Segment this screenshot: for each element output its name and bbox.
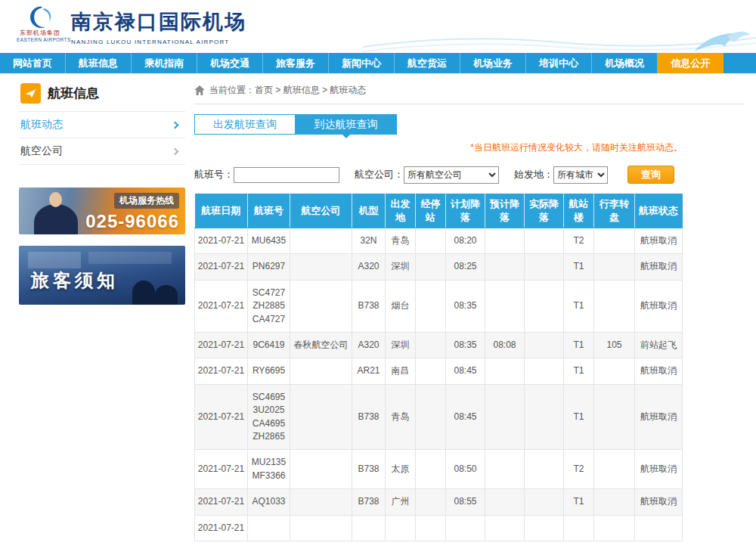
- flight-table-head-row: 航班日期航班号航空公司机型出发地经停站计划降落预计降落实际降落航站楼行李转盘航班…: [195, 194, 683, 228]
- sidebar-item-1[interactable]: 航班动态: [19, 112, 185, 138]
- nav-item-2[interactable]: 航班信息: [66, 53, 132, 73]
- query-section: 出发航班查询到达航班查询 *当日航班运行情况变化较大，请随时关注航班动态。 航班…: [194, 114, 683, 541]
- table-cell: 太原: [386, 450, 416, 489]
- table-cell: 08:08: [485, 333, 525, 358]
- table-cell: [290, 515, 352, 541]
- hotline-number: 025-96066: [85, 211, 179, 232]
- flight-notice-text: *当日航班运行情况变化较大，请随时关注航班动态。: [194, 141, 683, 154]
- table-cell: [525, 384, 564, 450]
- airport-name-cn: 南京禄口国际机场: [71, 8, 246, 36]
- tab-departure-flights[interactable]: 出发航班查询: [194, 114, 296, 135]
- table-cell: 2021-07-21: [195, 358, 248, 384]
- table-cell: 深圳: [386, 254, 416, 280]
- column-header: 实际降落: [525, 194, 564, 228]
- table-cell: AQ1033: [248, 489, 290, 515]
- tab-arrival-flights[interactable]: 到达航班查询: [296, 114, 397, 135]
- nav-item-5[interactable]: 旅客服务: [263, 53, 329, 73]
- nav-item-1[interactable]: 网站首页: [0, 53, 66, 73]
- flight-no-input[interactable]: [234, 167, 339, 183]
- table-cell: RY6695: [248, 358, 290, 384]
- table-cell: 航班取消: [635, 450, 683, 489]
- table-cell: T1: [564, 384, 594, 450]
- table-cell: [290, 280, 352, 332]
- service-hotline-banner[interactable]: 机场服务热线 025-96066: [19, 188, 185, 234]
- table-cell: [290, 384, 352, 450]
- table-cell: 青岛: [386, 228, 416, 254]
- sidebar-item-2[interactable]: 航空公司: [19, 138, 185, 165]
- table-cell: [525, 280, 564, 332]
- table-cell: 航班取消: [635, 254, 683, 280]
- sidebar-item-label: 航班动态: [20, 118, 63, 132]
- nav-item-8[interactable]: 机场业务: [460, 53, 526, 73]
- table-cell: T1: [564, 358, 594, 384]
- table-cell: 08:45: [446, 358, 485, 384]
- nav-item-10[interactable]: 机场概况: [592, 53, 658, 73]
- content: 航班信息 航班动态航空公司 机场服务热线 025-96066 旅客须知: [0, 73, 756, 541]
- column-header: 出发地: [386, 194, 416, 228]
- group-swirl-icon: [26, 5, 54, 30]
- table-cell: T1: [564, 489, 594, 515]
- table-cell: 青岛: [386, 384, 416, 450]
- origin-label: 始发地：: [514, 168, 553, 181]
- table-cell: [594, 358, 635, 384]
- banner-photo-detail: [88, 252, 172, 264]
- airport-logo: 东部机场集团 EASTERN AIRPORTS 南京禄口国际机场 NANJING…: [17, 5, 246, 45]
- airline-label: 航空公司：: [355, 168, 404, 181]
- table-cell: 航班取消: [635, 280, 683, 332]
- nav-item-9[interactable]: 培训中心: [526, 53, 592, 73]
- table-cell: [416, 450, 446, 489]
- table-cell: 9C6419: [248, 333, 290, 358]
- nav-item-6[interactable]: 新闻中心: [329, 53, 395, 73]
- table-cell: B738: [352, 489, 386, 515]
- table-cell: 2021-07-21: [195, 228, 248, 254]
- table-cell: PN6297: [248, 254, 290, 280]
- table-cell: 08:25: [446, 254, 485, 280]
- breadcrumb: 当前位置：首页 > 航班信息 > 航班动态: [194, 80, 745, 104]
- nav-item-7[interactable]: 航空货运: [395, 53, 460, 73]
- person-silhouette: [155, 285, 178, 305]
- table-row: 2021-07-21MU643532N青岛08:20T2航班取消: [195, 228, 683, 254]
- column-header: 航站楼: [564, 194, 594, 228]
- flight-table: 航班日期航班号航空公司机型出发地经停站计划降落预计降落实际降落航站楼行李转盘航班…: [194, 194, 683, 541]
- nav-item-4[interactable]: 机场交通: [197, 53, 263, 73]
- table-cell: [594, 228, 635, 254]
- table-cell: 春秋航空公司: [290, 333, 352, 358]
- table-cell: [594, 254, 635, 280]
- column-header: 航空公司: [290, 194, 352, 228]
- flight-search-form: 航班号： 航空公司： 所有航空公司 始发地： 所有城市 查询: [194, 166, 683, 184]
- origin-select[interactable]: 所有城市: [553, 166, 608, 184]
- table-cell: [594, 280, 635, 332]
- table-cell: [290, 489, 352, 515]
- table-cell: B738: [352, 450, 386, 489]
- nav-item-11[interactable]: 信息公开: [658, 53, 723, 73]
- table-cell: [290, 450, 352, 489]
- table-cell: T1: [564, 333, 594, 358]
- column-header: 计划降落: [446, 194, 485, 228]
- passenger-notice-banner[interactable]: 旅客须知: [19, 246, 185, 305]
- nav-item-3[interactable]: 乘机指南: [132, 53, 197, 73]
- airline-select[interactable]: 所有航空公司: [404, 166, 499, 184]
- table-cell: [290, 228, 352, 254]
- chevron-right-icon: [172, 121, 179, 129]
- table-cell: AR21: [352, 358, 386, 384]
- table-cell: 08:55: [446, 489, 485, 515]
- main-panel: 当前位置：首页 > 航班信息 > 航班动态 出发航班查询到达航班查询 *当日航班…: [194, 80, 745, 541]
- column-header: 预计降落: [485, 194, 525, 228]
- table-cell: [416, 280, 446, 332]
- table-cell: 航班取消: [635, 228, 683, 254]
- chevron-right-icon: [172, 147, 179, 155]
- table-cell: [564, 515, 594, 541]
- sidebar-title: 航班信息: [19, 80, 185, 112]
- table-cell: [594, 450, 635, 489]
- sidebar-menu: 航班动态航空公司: [19, 112, 185, 165]
- table-cell: SC4695 3U2025 CA4695 ZH2865: [248, 384, 290, 450]
- table-cell: [416, 358, 446, 384]
- table-cell: 105: [594, 333, 635, 358]
- query-button[interactable]: 查询: [627, 166, 674, 184]
- table-cell: 2021-07-21: [195, 280, 248, 332]
- banner-photo-detail: [28, 252, 81, 268]
- column-header: 经停站: [416, 194, 446, 228]
- table-cell: 2021-07-21: [195, 515, 248, 541]
- table-row: 2021-07-21SC4727 ZH2885 CA4727B738烟台08:3…: [195, 280, 683, 332]
- flight-no-label: 航班号：: [194, 168, 234, 181]
